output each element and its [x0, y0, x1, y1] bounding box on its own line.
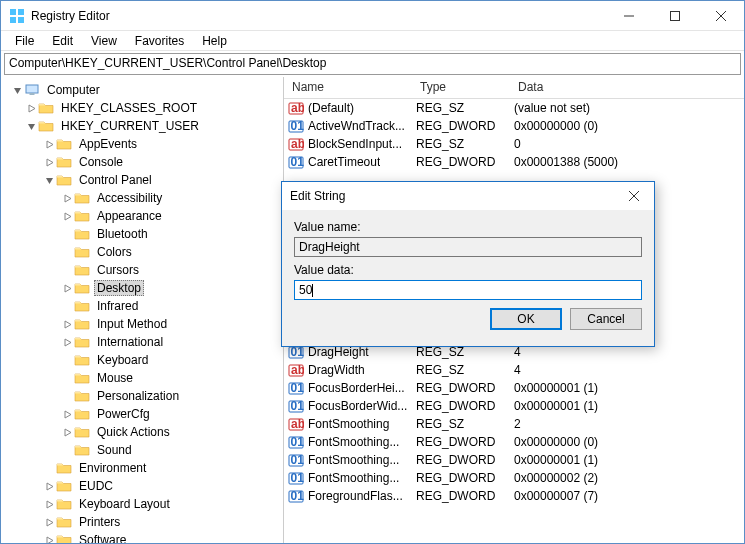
tree-item-control-panel[interactable]: Control Panel	[10, 171, 283, 189]
tree-item-quick-actions[interactable]: Quick Actions	[10, 423, 283, 441]
list-row[interactable]: ab(Default)REG_SZ(value not set)	[284, 99, 744, 117]
tree-item-infrared[interactable]: Infrared	[10, 297, 283, 315]
chevron-down-icon[interactable]	[42, 173, 56, 187]
expander-placeholder	[60, 263, 74, 277]
tree-item-console[interactable]: Console	[10, 153, 283, 171]
reg-sz-icon: ab	[288, 100, 304, 116]
expander-placeholder	[60, 443, 74, 457]
menu-file[interactable]: File	[7, 32, 42, 50]
list-row[interactable]: 011FontSmoothing...REG_DWORD0x00000002 (…	[284, 469, 744, 487]
tree-item-eudc[interactable]: EUDC	[10, 477, 283, 495]
tree-item-environment[interactable]: Environment	[10, 459, 283, 477]
tree-item-computer[interactable]: Computer	[10, 81, 283, 99]
chevron-right-icon[interactable]	[60, 209, 74, 223]
list-row[interactable]: abDragWidthREG_SZ4	[284, 361, 744, 379]
tree-item-sound[interactable]: Sound	[10, 441, 283, 459]
col-data[interactable]: Data	[510, 77, 744, 98]
tree-item-bluetooth[interactable]: Bluetooth	[10, 225, 283, 243]
tree-item-powercfg[interactable]: PowerCfg	[10, 405, 283, 423]
tree-item-label: Keyboard	[94, 353, 151, 367]
chevron-down-icon[interactable]	[10, 83, 24, 97]
tree-item-colors[interactable]: Colors	[10, 243, 283, 261]
tree-item-input-method[interactable]: Input Method	[10, 315, 283, 333]
col-name[interactable]: Name	[284, 77, 412, 98]
tree-item-printers[interactable]: Printers	[10, 513, 283, 531]
list-row[interactable]: abFontSmoothingREG_SZ2	[284, 415, 744, 433]
chevron-right-icon[interactable]	[60, 425, 74, 439]
list-row[interactable]: 011CaretTimeoutREG_DWORD0x00001388 (5000…	[284, 153, 744, 171]
value-data-field[interactable]: 50	[294, 280, 642, 300]
folder-icon	[56, 497, 72, 511]
reg-dword-icon: 011	[288, 380, 304, 396]
menu-help[interactable]: Help	[194, 32, 235, 50]
menu-view[interactable]: View	[83, 32, 125, 50]
tree-item-hkey-current-user[interactable]: HKEY_CURRENT_USER	[10, 117, 283, 135]
address-bar[interactable]: Computer\HKEY_CURRENT_USER\Control Panel…	[4, 53, 741, 75]
list-row[interactable]: 011ActiveWndTrack...REG_DWORD0x00000000 …	[284, 117, 744, 135]
list-row[interactable]: 011FontSmoothing...REG_DWORD0x00000000 (…	[284, 433, 744, 451]
tree-item-mouse[interactable]: Mouse	[10, 369, 283, 387]
folder-icon	[74, 191, 90, 205]
chevron-right-icon[interactable]	[24, 101, 38, 115]
tree-item-software[interactable]: Software	[10, 531, 283, 543]
tree-item-desktop[interactable]: Desktop	[10, 279, 283, 297]
folder-icon	[38, 101, 54, 115]
close-button[interactable]	[698, 1, 744, 31]
chevron-down-icon[interactable]	[24, 119, 38, 133]
chevron-right-icon[interactable]	[60, 335, 74, 349]
chevron-right-icon[interactable]	[42, 533, 56, 543]
chevron-right-icon[interactable]	[60, 407, 74, 421]
tree-item-label: Accessibility	[94, 191, 165, 205]
dialog-titlebar[interactable]: Edit String	[282, 182, 654, 210]
list-row[interactable]: 011FontSmoothing...REG_DWORD0x00000001 (…	[284, 451, 744, 469]
tree-item-international[interactable]: International	[10, 333, 283, 351]
computer-icon	[24, 83, 40, 97]
ok-button[interactable]: OK	[490, 308, 562, 330]
chevron-right-icon[interactable]	[60, 317, 74, 331]
tree-item-keyboard[interactable]: Keyboard	[10, 351, 283, 369]
tree-item-keyboard-layout[interactable]: Keyboard Layout	[10, 495, 283, 513]
chevron-right-icon[interactable]	[42, 155, 56, 169]
svg-text:011: 011	[291, 471, 305, 485]
tree-item-personalization[interactable]: Personalization	[10, 387, 283, 405]
menu-edit[interactable]: Edit	[44, 32, 81, 50]
tree-view[interactable]: ComputerHKEY_CLASSES_ROOTHKEY_CURRENT_US…	[4, 77, 284, 543]
list-row[interactable]: 011FocusBorderWid...REG_DWORD0x00000001 …	[284, 397, 744, 415]
chevron-right-icon[interactable]	[42, 479, 56, 493]
reg-sz-icon: ab	[288, 136, 304, 152]
expander-placeholder	[60, 353, 74, 367]
chevron-right-icon[interactable]	[42, 515, 56, 529]
maximize-button[interactable]	[652, 1, 698, 31]
tree-item-accessibility[interactable]: Accessibility	[10, 189, 283, 207]
tree-item-appearance[interactable]: Appearance	[10, 207, 283, 225]
value-data: 4	[510, 363, 744, 377]
tree-item-label: AppEvents	[76, 137, 140, 151]
menu-favorites[interactable]: Favorites	[127, 32, 192, 50]
folder-icon	[74, 227, 90, 241]
chevron-right-icon[interactable]	[60, 191, 74, 205]
col-type[interactable]: Type	[412, 77, 510, 98]
chevron-right-icon[interactable]	[42, 137, 56, 151]
cancel-button[interactable]: Cancel	[570, 308, 642, 330]
tree-item-cursors[interactable]: Cursors	[10, 261, 283, 279]
list-row[interactable]: 011ForegroundFlas...REG_DWORD0x00000007 …	[284, 487, 744, 505]
minimize-button[interactable]	[606, 1, 652, 31]
chevron-right-icon[interactable]	[42, 497, 56, 511]
expander-placeholder	[60, 371, 74, 385]
dialog-close-button[interactable]	[618, 184, 650, 208]
chevron-right-icon[interactable]	[60, 281, 74, 295]
list-row[interactable]: 011FocusBorderHei...REG_DWORD0x00000001 …	[284, 379, 744, 397]
tree-item-hkey-classes-root[interactable]: HKEY_CLASSES_ROOT	[10, 99, 283, 117]
reg-dword-icon: 011	[288, 434, 304, 450]
folder-icon	[56, 173, 72, 187]
value-type: REG_DWORD	[412, 453, 510, 467]
tree-item-label: Keyboard Layout	[76, 497, 173, 511]
value-name-field[interactable]: DragHeight	[294, 237, 642, 257]
list-row[interactable]: abBlockSendInput...REG_SZ0	[284, 135, 744, 153]
svg-text:011: 011	[291, 345, 305, 359]
tree-item-appevents[interactable]: AppEvents	[10, 135, 283, 153]
value-name: FontSmoothing...	[308, 471, 399, 485]
value-type: REG_DWORD	[412, 399, 510, 413]
value-data: 0x00000000 (0)	[510, 435, 744, 449]
value-data: (value not set)	[510, 101, 744, 115]
